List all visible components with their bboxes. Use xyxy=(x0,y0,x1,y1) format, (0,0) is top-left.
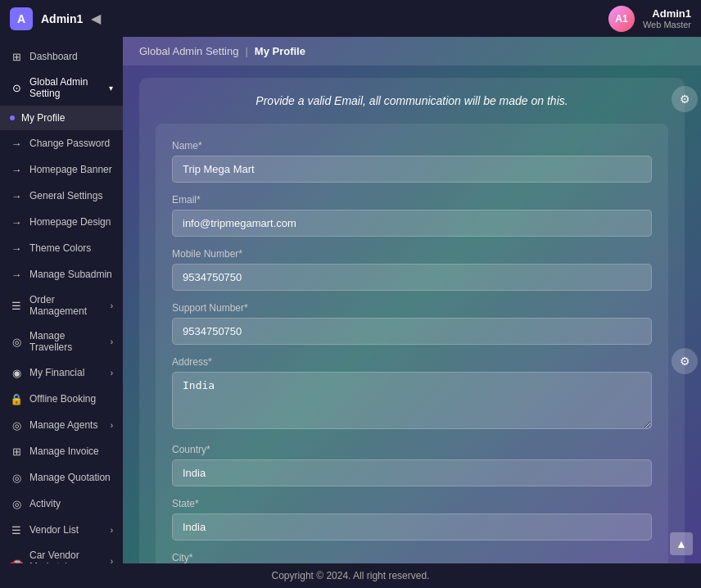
sidebar-label: Homepage Design xyxy=(29,216,111,228)
chevron-right-icon: › xyxy=(111,557,113,564)
gear-right-top[interactable]: ⚙ xyxy=(672,86,701,112)
sidebar-label: Dashboard xyxy=(29,51,78,62)
logo-text: A xyxy=(17,12,25,25)
mobile-group: Mobile Number* xyxy=(172,248,652,291)
main-layout: ⊞ Dashboard ⊙ Global Admin Setting ▾ My … xyxy=(0,37,701,563)
admin-role: Web Master xyxy=(643,20,691,29)
breadcrumb: Global Admin Setting | My Profile xyxy=(123,37,701,66)
chevron-right-icon: › xyxy=(111,369,113,378)
address-group: Address* India xyxy=(172,356,652,432)
sidebar-item-my-financial[interactable]: ◉ My Financial › xyxy=(0,360,123,386)
sidebar-label: Manage Invoice xyxy=(29,446,99,457)
city-group: City* xyxy=(172,552,652,563)
activity-icon: ◎ xyxy=(10,497,23,510)
sidebar-item-manage-subadmin[interactable]: → Manage Subadmin xyxy=(0,261,123,287)
header-left: A Admin1 ◀ xyxy=(10,7,101,30)
sidebar-item-change-password[interactable]: → Change Password xyxy=(0,130,123,156)
people-icon: ◎ xyxy=(10,335,23,348)
sidebar-label: My Profile xyxy=(21,112,65,124)
sidebar-label: Global Admin Setting xyxy=(29,76,102,99)
header: A Admin1 ◀ A1 Admin1 Web Master xyxy=(0,0,701,37)
vendor-list-icon: ☰ xyxy=(10,523,23,536)
arrow-icon: → xyxy=(10,215,23,228)
chevron-right-icon: › xyxy=(111,301,113,310)
sidebar-label: Order Management xyxy=(29,294,104,317)
app-title: Admin1 xyxy=(41,12,83,25)
sidebar-item-activity[interactable]: ◎ Activity xyxy=(0,491,123,517)
sidebar-label: Manage Agents xyxy=(29,419,97,431)
sidebar-label: Homepage Banner xyxy=(29,164,112,175)
gear-right-bottom[interactable]: ⚙ xyxy=(672,348,701,374)
mobile-input[interactable] xyxy=(172,264,652,291)
sidebar-item-my-profile[interactable]: My Profile xyxy=(0,106,123,130)
address-label: Address* xyxy=(172,356,652,368)
breadcrumb-global-admin[interactable]: Global Admin Setting xyxy=(139,45,238,57)
sidebar-item-dashboard[interactable]: ⊞ Dashboard xyxy=(0,43,123,70)
chevron-right-icon: › xyxy=(111,337,113,346)
email-group: Email* xyxy=(172,194,652,237)
address-textarea[interactable]: India xyxy=(172,372,652,429)
finance-icon: ◉ xyxy=(10,366,23,379)
arrow-icon: → xyxy=(10,137,23,150)
header-right: A1 Admin1 Web Master xyxy=(608,6,691,32)
state-label: State* xyxy=(172,498,652,509)
chevron-right-icon: › xyxy=(111,421,113,430)
lock-icon: 🔒 xyxy=(10,392,23,405)
sidebar-label: Car Vendor Marketplace xyxy=(29,550,104,563)
sidebar-label: General Settings xyxy=(29,190,102,201)
arrow-icon: → xyxy=(10,163,23,176)
name-label: Name* xyxy=(172,140,652,152)
chevron-down-icon: ▾ xyxy=(109,84,113,93)
support-label: Support Number* xyxy=(172,302,652,314)
sidebar-item-manage-quotation[interactable]: ◎ Manage Quotation xyxy=(0,464,123,491)
country-group: Country* xyxy=(172,444,652,486)
sidebar-label: Theme Colors xyxy=(29,242,91,254)
form-card: Provide a valid Email, all communication… xyxy=(139,78,685,563)
sidebar-item-theme-colors[interactable]: → Theme Colors xyxy=(0,235,123,261)
name-input[interactable] xyxy=(172,156,652,183)
dashboard-icon: ⊞ xyxy=(10,50,23,63)
content-area: ⚙ ⚙ Global Admin Setting | My Profile Pr… xyxy=(123,37,701,563)
avatar: A1 xyxy=(608,6,635,32)
invoice-icon: ⊞ xyxy=(10,445,23,458)
sidebar-item-homepage-design[interactable]: → Homepage Design xyxy=(0,209,123,235)
country-label: Country* xyxy=(172,444,652,455)
arrow-icon: → xyxy=(10,189,23,202)
sidebar-label: Manage Subadmin xyxy=(29,269,112,280)
country-input[interactable] xyxy=(172,459,652,486)
sidebar-label: Activity xyxy=(29,498,61,509)
breadcrumb-my-profile[interactable]: My Profile xyxy=(255,45,305,57)
admin-name: Admin1 xyxy=(643,7,691,20)
notice-text: Provide a valid Email, all communication… xyxy=(156,94,668,107)
sidebar-item-manage-travellers[interactable]: ◎ Manage Travellers › xyxy=(0,323,123,360)
mobile-label: Mobile Number* xyxy=(172,248,652,260)
admin-info: Admin1 Web Master xyxy=(643,7,691,29)
sidebar-item-manage-agents[interactable]: ◎ Manage Agents › xyxy=(0,412,123,438)
car-icon: 🚗 xyxy=(10,554,23,563)
dot-icon xyxy=(10,115,15,120)
scroll-up-button[interactable]: ▲ xyxy=(670,532,693,555)
sidebar: ⊞ Dashboard ⊙ Global Admin Setting ▾ My … xyxy=(0,37,123,563)
footer-text: Copyright © 2024. All right reserved. xyxy=(272,570,430,581)
footer: Copyright © 2024. All right reserved. xyxy=(0,563,701,588)
quotation-icon: ◎ xyxy=(10,471,23,484)
breadcrumb-separator: | xyxy=(245,45,247,57)
state-input[interactable] xyxy=(172,513,652,541)
sidebar-item-offline-booking[interactable]: 🔒 Offline Booking xyxy=(0,386,123,412)
sidebar-item-general-settings[interactable]: → General Settings xyxy=(0,183,123,209)
sidebar-item-global-admin-setting[interactable]: ⊙ Global Admin Setting ▾ xyxy=(0,70,123,106)
chevron-right-icon: › xyxy=(111,526,113,535)
collapse-button[interactable]: ◀ xyxy=(91,11,101,26)
sidebar-label: Offline Booking xyxy=(29,393,96,405)
support-input[interactable] xyxy=(172,318,652,345)
form-inner: Name* Email* Mobile Number* Support Numb… xyxy=(156,124,668,563)
sidebar-label: My Financial xyxy=(29,367,84,378)
sidebar-item-manage-invoice[interactable]: ⊞ Manage Invoice xyxy=(0,438,123,464)
sidebar-item-homepage-banner[interactable]: → Homepage Banner xyxy=(0,156,123,183)
name-group: Name* xyxy=(172,140,652,183)
sidebar-item-car-vendor[interactable]: 🚗 Car Vendor Marketplace › xyxy=(0,543,123,563)
sidebar-item-order-management[interactable]: ☰ Order Management › xyxy=(0,287,123,323)
state-group: State* xyxy=(172,498,652,541)
sidebar-item-vendor-list[interactable]: ☰ Vendor List › xyxy=(0,517,123,543)
email-input[interactable] xyxy=(172,210,652,237)
